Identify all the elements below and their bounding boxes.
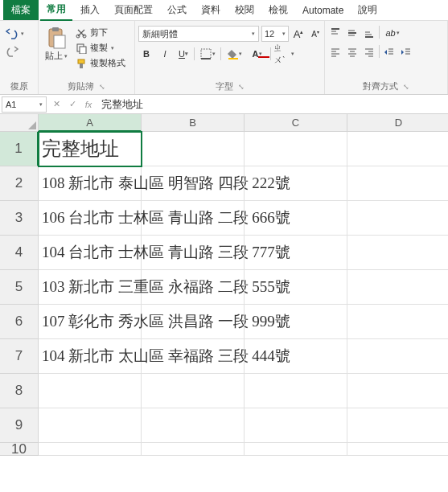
cell[interactable]: 104 新北市 太山區 幸福路 三段 444號 [39,339,142,374]
row-header[interactable]: 6 [0,305,39,339]
align-middle-button[interactable] [345,26,360,40]
menu-file[interactable]: 檔案 [3,0,39,20]
fill-color-button[interactable]: ▾ [224,47,245,61]
border-button[interactable]: ▾ [197,47,218,61]
italic-button[interactable]: I [157,47,173,61]
align-bottom-icon [364,27,375,39]
increase-indent-button[interactable] [399,45,413,59]
cell[interactable] [142,374,245,408]
cell[interactable] [347,305,448,339]
cell[interactable] [142,305,245,339]
format-painter-button[interactable]: 複製格式 [74,56,127,70]
menu-data[interactable]: 資料 [195,0,227,20]
align-right-button[interactable] [362,45,376,59]
underline-button[interactable]: U▾ [175,47,191,61]
cell[interactable] [347,132,448,166]
menu-insert[interactable]: 插入 [74,0,106,20]
cell[interactable] [347,408,448,443]
row-header[interactable]: 8 [0,374,39,408]
cell[interactable] [245,201,347,236]
font-size-select[interactable]: 12 ▾ [261,26,289,42]
cell[interactable] [347,339,448,374]
col-header-b[interactable]: B [142,114,245,132]
cancel-formula-button[interactable]: ✕ [48,99,64,109]
cell[interactable] [245,236,347,270]
menu-formulas[interactable]: 公式 [161,0,193,20]
row-header[interactable]: 7 [0,339,39,374]
select-all-corner[interactable] [0,114,39,132]
cell[interactable] [142,443,245,456]
col-header-c[interactable]: C [245,114,347,132]
align-top-button[interactable] [328,26,343,40]
phonetic-guide-button[interactable]: ㄓㄨˋ ▾ [273,47,294,61]
cell[interactable]: 106 台北市 士林區 青山路 二段 666號 [39,201,142,236]
redo-button[interactable] [3,43,21,59]
col-header-a[interactable]: A [39,114,142,132]
cell[interactable]: 107 彰化市 秀水區 洪昌路 一段 999號 [39,305,142,339]
cell[interactable] [347,374,448,408]
menu-home[interactable]: 常用 [40,0,72,21]
cell[interactable]: 108 新北市 泰山區 明智路 四段 222號 [39,166,142,201]
row-header[interactable]: 5 [0,270,39,305]
cell[interactable] [39,374,142,408]
align-bottom-button[interactable] [362,26,376,40]
increase-font-button[interactable]: A▴ [291,27,306,41]
menu-view[interactable]: 檢視 [262,0,294,20]
cell[interactable] [142,236,245,270]
row-header[interactable]: 4 [0,236,39,270]
dialog-launcher-icon[interactable]: ⤡ [238,83,245,91]
copy-button[interactable]: 複製 ▾ [74,41,127,55]
row-header[interactable]: 3 [0,201,39,236]
cell[interactable] [245,132,347,166]
cell[interactable] [347,270,448,305]
dialog-launcher-icon[interactable]: ⤡ [99,83,105,91]
undo-button[interactable]: ▾ [3,26,26,42]
decrease-font-button[interactable]: A▾ [308,27,323,41]
cell[interactable] [245,270,347,305]
enter-formula-button[interactable]: ✓ [64,99,80,109]
dialog-launcher-icon[interactable]: ⤡ [403,83,409,91]
align-left-button[interactable] [328,45,343,59]
bold-button[interactable]: B [138,47,154,61]
cell[interactable] [245,339,347,374]
cell[interactable] [142,132,245,166]
col-header-d[interactable]: D [347,114,448,132]
cell[interactable] [142,166,245,201]
orientation-button[interactable]: ab ▾ [382,26,403,40]
cell[interactable]: 104 台北市 士林區 青山路 三段 777號 [39,236,142,270]
cell[interactable]: 103 新北市 三重區 永福路 二段 555號 [39,270,142,305]
paste-button[interactable]: 貼上 ▾ [42,26,71,62]
cell[interactable]: 完整地址 [39,132,142,166]
font-name-select[interactable]: 新細明體 ▾ [138,26,259,42]
menu-help[interactable]: 說明 [351,0,384,20]
row-header[interactable]: 1 [0,132,39,166]
cell[interactable] [245,305,347,339]
cell[interactable] [142,339,245,374]
cell[interactable] [245,166,347,201]
cell[interactable] [245,408,347,443]
font-color-button[interactable]: A ▾ [247,47,268,61]
name-box[interactable]: A1 ▾ [2,96,47,113]
row-header[interactable]: 2 [0,166,39,201]
cell[interactable] [39,408,142,443]
menu-automate[interactable]: Automate [296,2,350,19]
menu-review[interactable]: 校閱 [228,0,261,20]
cell[interactable] [142,201,245,236]
cell[interactable] [245,443,347,456]
cell[interactable] [39,443,142,456]
cell[interactable] [142,408,245,443]
cell[interactable] [347,236,448,270]
formula-input[interactable]: 完整地址 [97,97,448,112]
menu-page-layout[interactable]: 頁面配置 [108,0,159,20]
row-header[interactable]: 10 [0,443,39,456]
align-center-button[interactable] [345,45,360,59]
row-header[interactable]: 9 [0,408,39,443]
cell[interactable] [347,201,448,236]
cell[interactable] [142,270,245,305]
decrease-indent-button[interactable] [382,45,397,59]
cell[interactable] [347,443,448,456]
cell[interactable] [347,166,448,201]
cell[interactable] [245,374,347,408]
cut-button[interactable]: 剪下 [74,26,127,39]
insert-function-button[interactable]: fx [80,100,97,109]
